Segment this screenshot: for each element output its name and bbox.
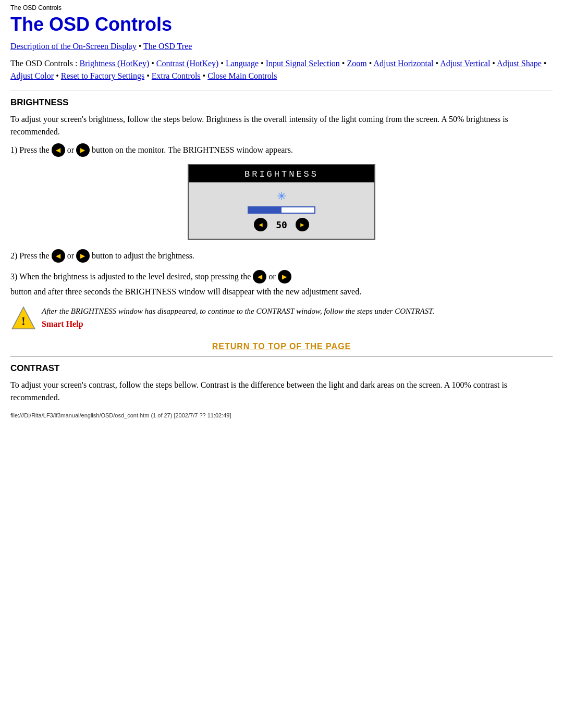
intro-link-adjust-vertical[interactable]: Adjust Vertical [440,59,490,68]
step3-line: 3) When the brightness is adjusted to th… [10,270,553,298]
brightness-value: 50 [276,219,287,230]
step3-or: or [268,270,275,283]
intro-link-language[interactable]: Language [226,59,259,68]
page-title: The OSD Controls [10,14,553,35]
step2-text-after: button to adjust the brightness. [92,250,194,262]
brightness-heading: BRIGHTNESS [10,97,553,108]
warning-text-block: After the BRIGHTNESS window has disappea… [42,305,434,329]
step2-text-before: 2) Press the [10,250,50,262]
brightness-controls: 50 [254,218,309,231]
brightness-progress-fill [249,207,282,213]
contrast-intro: To adjust your screen's contrast, follow… [10,379,553,404]
left-button-icon-1 [52,143,65,157]
svg-text:!: ! [21,314,26,328]
brightness-window-title: BRIGHTNESS [189,165,374,182]
status-bar: file:///D|/Rita/LF3/lf3manual/english/OS… [10,412,553,418]
divider-bottom [10,356,553,357]
smart-help-link[interactable]: Smart Help [42,319,434,329]
intro-link-contrast[interactable]: Contrast (HotKey) [156,59,219,68]
intro-link-reset[interactable]: Reset to Factory Settings [61,71,144,80]
nav-link-osd-description[interactable]: Description of the On-Screen Display [10,42,137,51]
brightness-window-content: ✳ 50 [189,182,374,239]
right-button-icon-2 [76,249,90,263]
contrast-heading: CONTRAST [10,363,553,374]
intro-link-extra[interactable]: Extra Controls [152,71,201,80]
intro-link-brightness[interactable]: Brightness (HotKey) [79,59,149,68]
intro-link-adjust-shape[interactable]: Adjust Shape [497,59,542,68]
step3-text-after: button and after three seconds the BRIGH… [10,286,361,298]
intro-link-adjust-color[interactable]: Adjust Color [10,71,54,80]
step2-line: 2) Press the or button to adjust the bri… [10,249,553,263]
right-button-icon-1 [76,143,90,157]
step1-or: or [67,144,74,156]
brightness-left-btn [254,218,267,231]
return-top-link[interactable]: RETURN TO TOP OF THE PAGE [212,342,351,351]
brightness-window: BRIGHTNESS ✳ 50 [188,164,375,240]
step3-text-before: 3) When the brightness is adjusted to th… [10,270,251,283]
nav-link-osd-tree[interactable]: The OSD Tree [143,42,192,51]
intro-links: The OSD Controls : Brightness (HotKey) •… [10,57,553,82]
step1-text-after: button on the monitor. The BRIGHTNESS wi… [92,144,293,156]
brightness-progress-bar [248,206,315,214]
step1-text-before: 1) Press the [10,144,50,156]
intro-link-close[interactable]: Close Main Controls [207,71,277,80]
intro-link-adjust-horizontal[interactable]: Adjust Horizontal [373,59,433,68]
brightness-section: BRIGHTNESS To adjust your screen's brigh… [10,97,553,331]
contrast-section: CONTRAST To adjust your screen's contras… [10,363,553,404]
step1-line: 1) Press the or button on the monitor. T… [10,143,553,157]
brightness-intro: To adjust your screen's brightness, foll… [10,113,553,138]
left-button-icon-3 [253,270,266,283]
divider-top [10,91,553,91]
right-button-icon-3 [278,270,291,283]
return-to-top: RETURN TO TOP OF THE PAGE [10,342,553,351]
left-button-icon-2 [52,249,65,263]
sun-icon: ✳ [277,190,286,203]
intro-link-input-signal[interactable]: Input Signal Selection [266,59,340,68]
browser-tab: The OSD Controls [10,4,553,11]
nav-links: Description of the On-Screen Display • T… [10,42,553,51]
brightness-right-btn [296,218,309,231]
warning-block: ! After the BRIGHTNESS window has disapp… [10,305,553,331]
step2-or: or [67,250,74,262]
warning-text: After the BRIGHTNESS window has disappea… [42,307,434,315]
warning-triangle-icon: ! [10,305,36,331]
intro-link-zoom[interactable]: Zoom [347,59,366,68]
